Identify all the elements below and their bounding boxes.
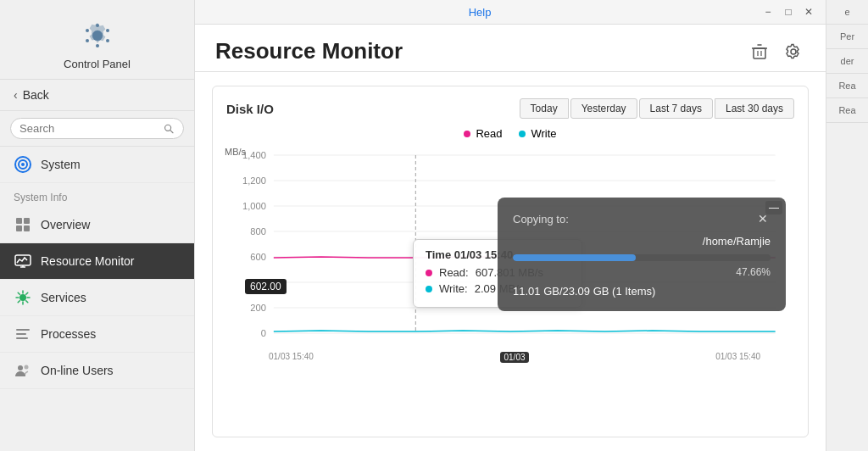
page-title: Resource Monitor <box>215 38 403 64</box>
restore-button[interactable]: □ <box>782 5 795 19</box>
copy-dialog-title: Copying to: <box>513 213 569 226</box>
copy-size-info: 11.01 GB/23.09 GB (1 Items) <box>513 285 771 298</box>
svg-text:800: 800 <box>250 227 266 237</box>
copy-progress-label: 47.66% <box>736 266 771 278</box>
svg-point-24 <box>25 365 29 370</box>
svg-text:600: 600 <box>250 253 266 262</box>
svg-point-11 <box>21 163 25 166</box>
tab-last7[interactable]: Last 7 days <box>639 98 713 119</box>
sidebar-item-online-users[interactable]: On-line Users <box>0 353 194 389</box>
x-label-start: 01/03 15:40 <box>269 352 314 363</box>
svg-line-8 <box>170 130 173 132</box>
sidebar-item-services[interactable]: Services <box>0 280 194 316</box>
legend-write-dot <box>519 131 526 137</box>
tab-today[interactable]: Today <box>520 98 569 119</box>
legend-write: Write <box>519 127 556 140</box>
svg-point-1 <box>96 24 99 27</box>
sidebar-item-overview-label: Overview <box>41 218 90 231</box>
copy-progress-bar-bg <box>513 254 771 261</box>
sidebar-item-system-label: System <box>41 158 81 171</box>
right-panel-header-per: Per <box>826 25 868 49</box>
sidebar-item-processes[interactable]: Processes <box>0 316 194 353</box>
delete-icon[interactable] <box>748 40 771 64</box>
svg-text:1,200: 1,200 <box>242 176 266 186</box>
tooltip-read-dot <box>426 270 432 276</box>
copy-minimize-button[interactable]: — <box>765 201 782 214</box>
sidebar-item-resource-monitor[interactable]: Resource Monitor <box>0 243 194 280</box>
back-button[interactable]: ‹ Back <box>0 80 194 111</box>
control-panel-label: Control Panel <box>64 58 131 70</box>
svg-text:1,400: 1,400 <box>242 151 266 160</box>
svg-text:1,000: 1,000 <box>242 202 266 211</box>
time-tabs: Today Yesterday Last 7 days Last 30 days <box>520 98 794 119</box>
legend-read: Read <box>464 127 502 140</box>
close-button[interactable]: ✕ <box>802 5 815 19</box>
right-panel: e Per der Rea Rea <box>826 0 868 451</box>
chart-legend: Read Write <box>226 127 794 140</box>
right-panel-row-rea1: Rea <box>826 74 868 98</box>
svg-text:0: 0 <box>261 329 266 338</box>
services-icon <box>14 288 32 307</box>
window-titlebar: Help − □ ✕ <box>195 0 826 25</box>
tab-yesterday[interactable]: Yesterday <box>570 98 637 119</box>
svg-rect-15 <box>24 226 30 231</box>
back-label: Back <box>23 88 49 102</box>
system-icon <box>14 155 32 174</box>
header-actions <box>748 40 805 64</box>
sidebar-item-system[interactable]: System <box>0 147 194 183</box>
legend-read-label: Read <box>476 127 502 140</box>
control-panel-icon <box>79 17 116 54</box>
tooltip-read-label: Read: <box>439 266 469 279</box>
sidebar-item-resource-monitor-label: Resource Monitor <box>41 254 135 268</box>
x-label-end: 01/03 15:40 <box>715 352 760 363</box>
copy-progress-bar-fill <box>513 254 636 261</box>
control-panel-header: Control Panel <box>0 0 194 80</box>
svg-point-0 <box>93 31 102 40</box>
y-axis-label: MB/s <box>225 147 246 157</box>
tab-last30[interactable]: Last 30 days <box>715 98 794 119</box>
sidebar-item-overview[interactable]: Overview <box>0 207 194 243</box>
right-panel-row-rea2: Rea <box>826 98 868 123</box>
help-link[interactable]: Help <box>469 6 492 19</box>
main-content: Help − □ ✕ Resource Monitor <box>195 0 826 451</box>
content-area: Disk I/O Today Yesterday Last 7 days Las… <box>195 72 826 451</box>
svg-point-6 <box>106 39 109 42</box>
resource-monitor-icon <box>14 252 32 270</box>
svg-point-4 <box>106 29 109 32</box>
svg-rect-21 <box>16 333 26 335</box>
right-panel-header-e: e <box>826 0 868 25</box>
page-header: Resource Monitor <box>195 25 826 72</box>
svg-point-2 <box>96 44 99 47</box>
svg-point-23 <box>18 365 23 370</box>
svg-text:200: 200 <box>250 303 266 313</box>
disk-io-title: Disk I/O <box>226 102 274 116</box>
svg-rect-12 <box>16 218 22 224</box>
svg-point-19 <box>19 294 26 301</box>
sidebar-item-processes-label: Processes <box>41 327 96 341</box>
svg-rect-13 <box>24 218 30 224</box>
system-info-section-label: System Info <box>0 183 194 207</box>
legend-write-label: Write <box>531 127 556 140</box>
minimize-button[interactable]: − <box>761 5 775 19</box>
online-users-icon <box>14 361 32 380</box>
window-frame: Help − □ ✕ Resource Monitor <box>195 0 826 451</box>
svg-point-3 <box>86 29 89 32</box>
svg-point-5 <box>86 39 89 42</box>
disk-io-header: Disk I/O Today Yesterday Last 7 days Las… <box>226 98 794 119</box>
search-icon <box>164 123 175 135</box>
x-axis-labels: 01/03 15:40 01/03 01/03 15:40 <box>226 352 794 363</box>
copy-destination: /home/Ramjie <box>513 235 771 248</box>
overview-icon <box>14 215 32 234</box>
svg-rect-20 <box>16 329 30 331</box>
disk-io-container: Disk I/O Today Yesterday Last 7 days Las… <box>212 86 809 437</box>
copy-progress-row: 47.66% <box>513 266 771 278</box>
copy-dialog-header: Copying to: ✕ <box>513 211 771 226</box>
search-box[interactable] <box>10 118 184 139</box>
search-input[interactable] <box>19 122 159 135</box>
svg-rect-22 <box>16 337 28 339</box>
search-container <box>0 111 194 147</box>
svg-point-30 <box>791 49 796 54</box>
tooltip-write-label: Write: <box>439 282 468 295</box>
svg-rect-25 <box>754 48 765 58</box>
settings-icon[interactable] <box>782 40 805 64</box>
